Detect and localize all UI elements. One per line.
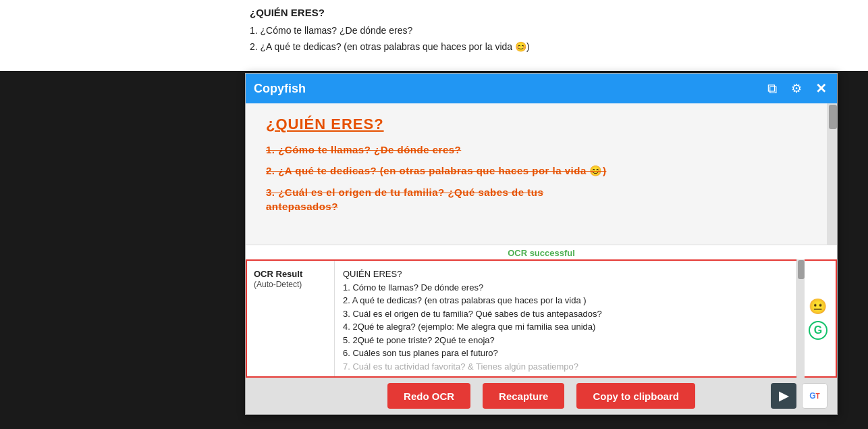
title-bar: Copyfish ⧉ ⚙ ✕	[246, 74, 837, 103]
ocr-result-text[interactable]: QUIÉN ERES? 1. Cómo te llamas? De dónde …	[335, 261, 836, 376]
ocr-result-sublabel: (Auto-Detect)	[254, 280, 302, 289]
google-translate-icon[interactable]: GT	[802, 383, 828, 409]
ocr-result-container: OCR Result (Auto-Detect) QUIÉN ERES? 1. …	[246, 259, 837, 378]
ocr-line-4: 4. 2Qué te alegra? (ejemplo: Me alegra q…	[343, 320, 828, 334]
recapture-button[interactable]: Recapture	[483, 383, 564, 409]
ocr-status: OCR successful	[246, 245, 837, 259]
background-document: ¿QUIÉN ERES? 1. ¿Cómo te llamas? ¿De dón…	[0, 0, 868, 71]
ocr-line-6: 6. Cuáles son tus planes para el futuro?	[343, 347, 828, 360]
bottom-right-icons: ▶ GT	[771, 383, 828, 409]
doc-line-2: 2. ¿A qué te dedicas? (en otras palabras…	[250, 41, 530, 52]
preview-content: ¿QUIÉN ERES? 1. ¿Cómo te llamas? ¿De dón…	[246, 103, 837, 224]
ocr-line-1: 1. Cómo te llamas? De dónde eres?	[343, 281, 828, 295]
preview-highlight-line3: 3. ¿Cuál es el origen de tu familia? ¿Qu…	[266, 186, 810, 198]
title-bar-icons: ⧉ ⚙ ✕	[764, 80, 829, 97]
ocr-line-2: 2. A qué te dedicas? (en otras palabras …	[343, 294, 828, 307]
doc-line-1: 1. ¿Cómo te llamas? ¿De dónde eres?	[250, 25, 530, 36]
preview-highlight-line3b: antepasados?	[266, 201, 810, 212]
document-content: ¿QUIÉN ERES? 1. ¿Cómo te llamas? ¿De dón…	[250, 7, 530, 57]
ocr-line-3: 3. Cuál es el origen de tu familia? Qué …	[343, 307, 828, 321]
neutral-emoji-icon[interactable]: 😐	[809, 298, 828, 316]
ocr-result-wrapper: OCR Result (Auto-Detect) QUIÉN ERES? 1. …	[246, 259, 837, 378]
result-scrollbar[interactable]	[796, 259, 805, 378]
result-scrollbar-thumb	[798, 260, 805, 279]
ocr-line-0: QUIÉN ERES?	[343, 268, 828, 281]
copy-to-clipboard-button[interactable]: Copy to clipboard	[576, 383, 695, 409]
side-icons: 😐 G	[809, 298, 828, 340]
ocr-result-label: OCR Result (Auto-Detect)	[247, 261, 335, 376]
google-translate-symbol: GT	[809, 391, 819, 401]
preview-highlight-line2: 2. ¿A qué te dedicas? (en otras palabras…	[266, 165, 810, 177]
copyfish-dialog: Copyfish ⧉ ⚙ ✕ ¿QUIÉN ERES? 1. ¿Cómo te …	[245, 73, 838, 415]
ocr-line-7: 7. Cuál es tu actividad favorita? & Tien…	[343, 360, 828, 374]
open-external-icon[interactable]: ⧉	[764, 80, 780, 97]
preview-area: ¿QUIÉN ERES? 1. ¿Cómo te llamas? ¿De dón…	[246, 103, 837, 245]
ocr-line-5: 5. 2Qué te pone triste? 2Qué te enoja?	[343, 334, 828, 347]
arrow-icon-symbol: ▶	[779, 388, 788, 403]
redo-ocr-button[interactable]: Redo OCR	[387, 383, 470, 409]
dialog-title: Copyfish	[254, 82, 306, 96]
preview-scrollbar-thumb	[829, 105, 837, 129]
close-icon[interactable]: ✕	[813, 80, 829, 97]
arrow-forward-icon[interactable]: ▶	[771, 383, 796, 409]
ocr-result-label-text: OCR Result	[254, 269, 327, 279]
grammarly-icon[interactable]: G	[809, 321, 828, 340]
settings-icon[interactable]: ⚙	[788, 80, 805, 97]
bottom-bar: Redo OCR Recapture Copy to clipboard ▶ G…	[246, 378, 837, 414]
preview-highlight-line1: 1. ¿Cómo te llamas? ¿De dónde eres?	[266, 144, 810, 155]
preview-scrollbar[interactable]	[828, 103, 837, 245]
preview-highlight-title: ¿QUIÉN ERES?	[266, 116, 810, 133]
doc-title: ¿QUIÉN ERES?	[250, 7, 530, 18]
